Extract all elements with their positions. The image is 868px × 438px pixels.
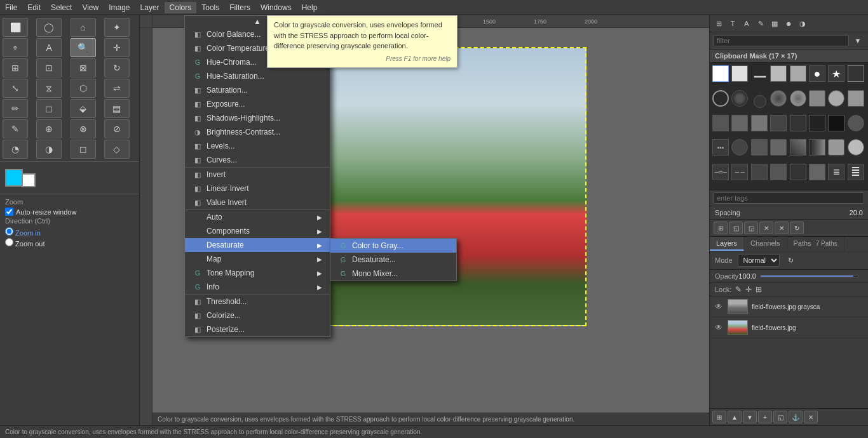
menu-saturation[interactable]: ◧ Saturation... <box>185 83 330 97</box>
tool-rect-select[interactable]: ⬜ <box>3 18 28 37</box>
tool-zoom[interactable]: 🔍 <box>71 38 96 57</box>
tool-crop[interactable]: ⊠ <box>71 58 96 77</box>
tool-eraser[interactable]: ◻ <box>36 99 62 118</box>
brush-item[interactable] <box>770 164 787 180</box>
brush-item[interactable] <box>809 164 825 180</box>
brush-item[interactable] <box>731 90 748 107</box>
layer-eye-1[interactable]: 👁 <box>714 302 724 312</box>
brush-item[interactable] <box>848 115 864 131</box>
brush-item[interactable]: ≡ <box>828 164 844 180</box>
menu-posterize[interactable]: ◧ Posterize... <box>185 322 330 336</box>
tool-free-select[interactable]: ⌂ <box>71 18 96 37</box>
menu-threshold[interactable]: ◧ Threshold... <box>185 294 330 309</box>
tool-eyedrop[interactable]: ◇ <box>104 140 130 159</box>
menu-levels[interactable]: ◧ Levels... <box>185 139 330 153</box>
layer-item-grayscale[interactable]: 👁 field-flowers.jpg graysca <box>710 296 868 317</box>
brush-item[interactable] <box>712 115 729 131</box>
brush-item[interactable] <box>848 139 864 156</box>
tool-burn[interactable]: ◑ <box>36 140 62 159</box>
spacing-tool-1[interactable]: ⊞ <box>714 222 728 234</box>
brush-item[interactable]: ≣ <box>848 164 864 180</box>
menu-tools[interactable]: Tools <box>196 2 224 13</box>
menu-components[interactable]: Components ▶ <box>185 224 330 238</box>
menu-colorize[interactable]: ◧ Colorize... <box>185 309 330 322</box>
brush-item[interactable] <box>751 115 768 131</box>
spacing-tool-2[interactable]: ◱ <box>729 222 743 234</box>
brush-item[interactable] <box>731 115 748 131</box>
menu-layer[interactable]: Layer <box>135 2 165 13</box>
layer-eye-2[interactable]: 👁 <box>714 322 724 333</box>
tool-shear[interactable]: ⧖ <box>36 79 62 98</box>
panel-icon-settings[interactable]: A <box>740 17 753 30</box>
menu-edit[interactable]: Edit <box>22 2 46 13</box>
menu-file[interactable]: File <box>0 2 22 13</box>
brush-item[interactable] <box>751 164 768 180</box>
brush-item[interactable]: ★ <box>828 65 844 82</box>
brush-item[interactable] <box>770 139 787 156</box>
filter-dropdown-btn[interactable]: ▼ <box>851 34 864 47</box>
brush-item[interactable] <box>848 90 864 107</box>
menu-select[interactable]: Select <box>46 2 77 13</box>
menu-colors[interactable]: Colors <box>165 2 197 13</box>
brush-item[interactable] <box>754 76 766 78</box>
panel-icon-palette[interactable]: ◑ <box>796 17 809 30</box>
menu-invert[interactable]: ◧ Invert <box>185 167 330 182</box>
spacing-tool-delete2[interactable]: ✕ <box>775 222 789 234</box>
menu-value-invert[interactable]: ◧ Value Invert <box>185 196 330 209</box>
lock-move-btn[interactable]: ✛ <box>745 285 752 294</box>
menu-image[interactable]: Image <box>104 2 135 13</box>
tab-layers[interactable]: Layers <box>710 237 744 251</box>
brush-item[interactable] <box>754 95 766 108</box>
submenu-desaturate[interactable]: G Desaturate... <box>330 253 456 267</box>
mode-refresh-btn[interactable]: ↻ <box>785 254 797 267</box>
menu-curves[interactable]: ◧ Curves... <box>185 153 330 167</box>
mode-select[interactable]: Normal <box>738 254 780 267</box>
tool-measure[interactable]: ◻ <box>71 140 96 159</box>
brush-item[interactable] <box>790 90 806 107</box>
panel-icon-grid[interactable]: ⊞ <box>712 17 725 30</box>
brush-item[interactable] <box>809 115 825 131</box>
tab-channels[interactable]: Channels <box>744 237 787 251</box>
brush-item[interactable] <box>790 139 806 156</box>
tool-ellipse-select[interactable]: ◯ <box>36 18 62 37</box>
menu-tone-mapping[interactable]: G Tone Mapping ▶ <box>185 266 330 280</box>
background-color[interactable] <box>22 173 36 187</box>
duplicate-layer-btn[interactable]: ◱ <box>773 411 787 423</box>
brush-item[interactable] <box>731 139 748 156</box>
brush-item[interactable] <box>848 65 864 82</box>
tool-paint[interactable]: ✏ <box>3 99 28 118</box>
brush-item[interactable] <box>770 115 787 131</box>
tool-rotate[interactable]: ↻ <box>104 58 130 77</box>
brush-item[interactable]: ▪▪▪ <box>712 139 729 156</box>
zoom-in-radio[interactable] <box>5 227 13 236</box>
panel-icon-pencil[interactable]: ✎ <box>754 17 767 30</box>
tool-fuzzy-select[interactable]: ✦ <box>104 18 130 37</box>
auto-resize-checkbox[interactable] <box>5 208 13 216</box>
anchor-layer-btn[interactable]: ⚓ <box>789 411 803 423</box>
tab-paths[interactable]: Paths 7 Paths <box>787 237 844 251</box>
tool-pencil[interactable]: ✎ <box>3 119 28 138</box>
tool-heal[interactable]: ⊕ <box>36 119 62 138</box>
tags-input[interactable] <box>714 192 864 204</box>
brush-item[interactable] <box>712 65 729 82</box>
tool-perspective[interactable]: ⬡ <box>71 79 96 98</box>
brush-item[interactable] <box>751 139 768 156</box>
zoom-out-radio[interactable] <box>5 238 13 246</box>
menu-filters[interactable]: Filters <box>224 2 255 13</box>
menu-help[interactable]: Help <box>297 2 323 13</box>
spacing-tool-3[interactable]: ◲ <box>744 222 758 234</box>
brush-item[interactable] <box>809 139 825 156</box>
menu-linear-invert[interactable]: ◧ Linear Invert <box>185 182 330 196</box>
panel-icon-text[interactable]: T <box>726 17 739 30</box>
tool-dodge[interactable]: ◔ <box>3 140 28 159</box>
menu-desaturate[interactable]: Desaturate ▶ G Color to Gray... G Desatu… <box>185 238 330 252</box>
menu-view[interactable]: View <box>77 2 104 13</box>
new-layer-group-btn[interactable]: ⊞ <box>712 411 726 423</box>
brush-filter-input[interactable] <box>714 35 849 46</box>
menu-auto[interactable]: Auto ▶ <box>185 209 330 224</box>
menu-map[interactable]: Map ▶ <box>185 252 330 266</box>
tool-flip[interactable]: ⇌ <box>104 79 130 98</box>
brush-item[interactable] <box>790 164 806 180</box>
tool-move[interactable]: ✛ <box>104 38 130 57</box>
tool-align[interactable]: ⊞ <box>3 58 28 77</box>
